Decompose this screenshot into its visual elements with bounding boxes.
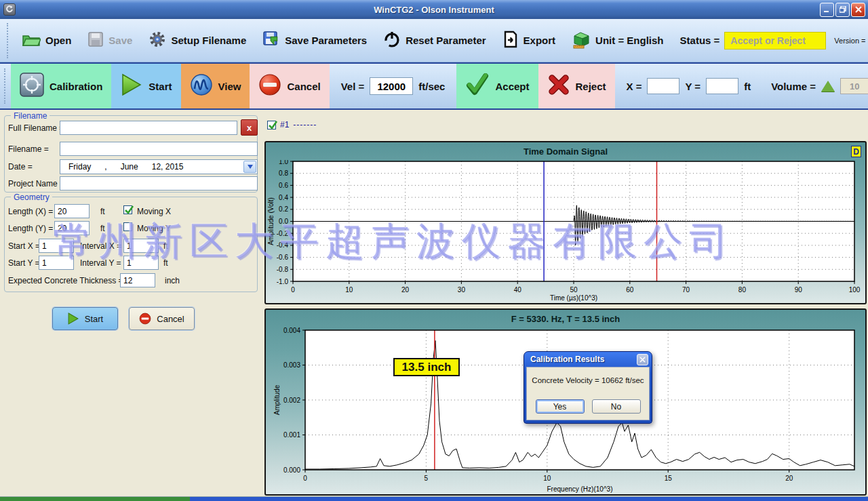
left-panel: Filename Full Filename = x Filename = Da… xyxy=(0,110,263,496)
interval-x-unit: ft xyxy=(163,241,168,251)
svg-text:50: 50 xyxy=(570,286,578,294)
time-domain-chart-svg[interactable]: 01020304050607080901001.00.80.60.40.20.0… xyxy=(266,160,865,303)
maximize-button[interactable] xyxy=(835,3,850,17)
save-button[interactable]: Save xyxy=(79,22,140,60)
svg-text:10: 10 xyxy=(345,286,353,294)
calibration-button[interactable]: Calibration xyxy=(11,64,111,108)
view-button[interactable]: View xyxy=(181,64,250,108)
svg-text:Time (µs)(10^3): Time (µs)(10^3) xyxy=(550,294,597,302)
length-x-input[interactable] xyxy=(54,204,90,218)
y-input[interactable] xyxy=(706,78,738,94)
channel-1-checkbox[interactable] xyxy=(267,121,276,129)
moving-x-label: Moving X xyxy=(137,207,171,216)
project-name-input[interactable] xyxy=(60,176,258,191)
svg-text:0.2: 0.2 xyxy=(279,205,288,213)
x-input[interactable] xyxy=(647,78,679,94)
cancel-button[interactable]: Cancel xyxy=(250,64,329,108)
export-doc-icon xyxy=(502,31,519,51)
channel-1-dashes: ------- xyxy=(293,120,317,129)
clear-filename-button[interactable]: x xyxy=(241,119,258,136)
length-x-unit: ft xyxy=(100,207,105,216)
svg-text:-0.8: -0.8 xyxy=(277,266,289,273)
d-badge[interactable]: D xyxy=(851,146,861,157)
interval-y-input[interactable] xyxy=(123,256,159,270)
main-toolbar: Open Save Setup Filename Save Parameters… xyxy=(0,19,868,62)
svg-text:10: 10 xyxy=(543,475,551,482)
interval-x-input[interactable] xyxy=(123,239,159,253)
svg-text:60: 60 xyxy=(626,286,634,294)
minimize-button[interactable] xyxy=(820,3,834,17)
start-x-input[interactable] xyxy=(39,239,74,253)
start-y-input[interactable] xyxy=(39,256,74,270)
reject-button[interactable]: Reject xyxy=(538,64,615,108)
time-domain-chart-panel: Time Domain Signal D 0102030405060708090… xyxy=(264,141,867,304)
svg-text:30: 30 xyxy=(458,286,466,294)
gear-icon xyxy=(149,31,166,51)
svg-text:-0.2: -0.2 xyxy=(277,230,289,237)
toolbar-gripper[interactable] xyxy=(7,23,8,58)
check-icon xyxy=(465,73,490,99)
time-domain-chart-title: Time Domain Signal xyxy=(266,142,865,160)
svg-text:40: 40 xyxy=(514,286,522,294)
moving-y-label: Moving Y xyxy=(137,224,171,233)
svg-text:100: 100 xyxy=(849,286,861,294)
toolbar-gripper-2[interactable] xyxy=(4,68,5,104)
moving-y-checkbox[interactable] xyxy=(123,222,132,231)
status-label: Status = xyxy=(680,35,720,46)
date-value: Friday , June 12, 2015 xyxy=(60,162,243,172)
reset-parameter-button[interactable]: Reset Parameter xyxy=(375,22,494,60)
interval-y-label: Interval Y = xyxy=(80,258,121,268)
export-button[interactable]: Export xyxy=(494,22,564,60)
moving-x-checkbox[interactable] xyxy=(123,205,132,214)
no-entry-icon xyxy=(258,73,281,99)
date-label: Date = xyxy=(8,162,33,172)
floppy-save-icon xyxy=(262,31,280,51)
vel-unit: ft/sec xyxy=(418,81,445,92)
setup-filename-button[interactable]: Setup Filename xyxy=(140,22,254,60)
filename-input[interactable] xyxy=(60,142,258,156)
svg-text:15: 15 xyxy=(665,475,673,482)
save-parameters-button[interactable]: Save Parameters xyxy=(254,22,375,60)
svg-text:0: 0 xyxy=(303,475,307,482)
volume-input[interactable] xyxy=(840,78,868,94)
svg-text:-0.4: -0.4 xyxy=(277,241,289,249)
dialog-close-icon[interactable] xyxy=(637,354,648,365)
version-label: Version = 1.0 xyxy=(834,37,868,45)
bottom-strip xyxy=(0,496,868,501)
frequency-chart-title: F = 5330. Hz, T = 13.5 inch xyxy=(266,310,865,327)
status-value-field: Accept or Reject xyxy=(724,32,826,49)
channel-1-label: #1 xyxy=(280,120,289,129)
waveform-icon xyxy=(190,73,213,99)
volume-label: Volume = xyxy=(771,81,816,92)
date-dropdown[interactable]: Friday , June 12, 2015 xyxy=(60,159,258,174)
panel-start-button[interactable]: Start xyxy=(52,307,118,330)
svg-text:0.0: 0.0 xyxy=(279,218,288,225)
panel-cancel-button[interactable]: Cancel xyxy=(129,307,195,330)
close-button[interactable] xyxy=(851,3,865,17)
accept-button[interactable]: Accept xyxy=(456,64,538,108)
no-button[interactable]: No xyxy=(592,399,641,414)
yes-button[interactable]: Yes xyxy=(536,399,585,414)
svg-text:70: 70 xyxy=(682,286,690,294)
svg-text:-1.0: -1.0 xyxy=(277,278,289,285)
unit-button[interactable]: Unit = English xyxy=(564,22,671,60)
svg-text:20: 20 xyxy=(785,475,793,482)
volume-up-button[interactable] xyxy=(821,81,835,92)
title-bar: WinCTG2 - Olson Instrument xyxy=(0,0,868,19)
start-button[interactable]: Start xyxy=(111,64,180,108)
length-y-unit: ft xyxy=(100,224,105,233)
thickness-input[interactable] xyxy=(120,273,155,287)
channel-row: #1 ------- xyxy=(267,120,317,129)
svg-text:0.001: 0.001 xyxy=(283,431,300,439)
velocity-input[interactable] xyxy=(370,77,413,95)
open-button[interactable]: Open xyxy=(14,22,79,60)
xy-group: X = Y = ft xyxy=(618,64,760,108)
length-y-input[interactable] xyxy=(54,221,90,235)
dialog-message: Concrete Velocity = 10662 ft/sec xyxy=(527,376,649,384)
svg-text:5: 5 xyxy=(425,475,429,482)
unit-cube-icon xyxy=(572,30,591,52)
length-x-label: Length (X) = xyxy=(8,207,53,216)
velocity-group: Vel = ft/sec xyxy=(332,64,454,108)
full-filename-input[interactable] xyxy=(60,121,237,135)
app-window: WinCTG2 - Olson Instrument Open Save Set… xyxy=(0,0,868,501)
